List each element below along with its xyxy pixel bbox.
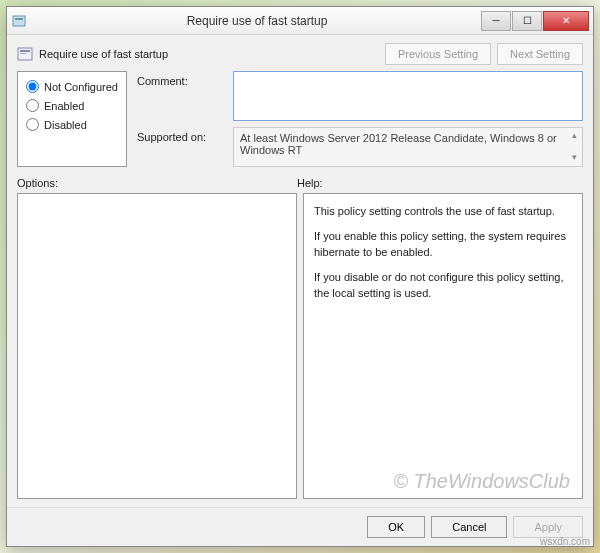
scroll-up-icon[interactable]: ▴ (568, 130, 580, 142)
help-panel: This policy setting controls the use of … (303, 193, 583, 499)
close-button[interactable]: ✕ (543, 11, 589, 31)
previous-setting-button[interactable]: Previous Setting (385, 43, 491, 65)
radio-enabled-input[interactable] (26, 99, 39, 112)
radio-not-configured-label: Not Configured (44, 81, 118, 93)
dialog-content: Require use of fast startup Previous Set… (7, 35, 593, 507)
window-title: Require use of fast startup (33, 14, 481, 28)
next-setting-button[interactable]: Next Setting (497, 43, 583, 65)
dialog-footer: OK Cancel Apply (7, 507, 593, 546)
titlebar[interactable]: Require use of fast startup ─ ☐ ✕ (7, 7, 593, 35)
radio-enabled[interactable]: Enabled (26, 99, 118, 112)
apply-button[interactable]: Apply (513, 516, 583, 538)
dialog-window: Require use of fast startup ─ ☐ ✕ Requir… (6, 6, 594, 547)
fields-column: Comment: Supported on: At least Windows … (137, 71, 583, 167)
minimize-button[interactable]: ─ (481, 11, 511, 31)
state-radio-group: Not Configured Enabled Disabled (17, 71, 127, 167)
comment-input[interactable] (233, 71, 583, 121)
help-text-3: If you disable or do not configure this … (314, 270, 572, 301)
supported-on-text: At least Windows Server 2012 Release Can… (233, 127, 583, 167)
window-controls: ─ ☐ ✕ (481, 11, 589, 31)
maximize-button[interactable]: ☐ (512, 11, 542, 31)
supported-label: Supported on: (137, 127, 227, 143)
options-panel (17, 193, 297, 499)
policy-icon (11, 13, 27, 29)
radio-not-configured-input[interactable] (26, 80, 39, 93)
svg-rect-3 (20, 50, 30, 52)
help-text-1: This policy setting controls the use of … (314, 204, 572, 219)
nav-buttons: Previous Setting Next Setting (385, 43, 583, 65)
svg-rect-4 (20, 53, 26, 54)
scroll-down-icon[interactable]: ▾ (568, 152, 580, 164)
radio-enabled-label: Enabled (44, 100, 84, 112)
svg-rect-0 (13, 16, 25, 26)
policy-name: Require use of fast startup (39, 48, 385, 60)
radio-disabled-input[interactable] (26, 118, 39, 131)
svg-rect-1 (15, 18, 23, 20)
header-row: Require use of fast startup Previous Set… (17, 43, 583, 65)
ok-button[interactable]: OK (367, 516, 425, 538)
help-label: Help: (297, 177, 583, 189)
upper-section: Not Configured Enabled Disabled Comment: (17, 71, 583, 167)
help-text-2: If you enable this policy setting, the s… (314, 229, 572, 260)
supported-value: At least Windows Server 2012 Release Can… (240, 132, 557, 156)
lower-labels: Options: Help: (17, 177, 583, 189)
supported-row: Supported on: At least Windows Server 20… (137, 127, 583, 167)
radio-disabled[interactable]: Disabled (26, 118, 118, 131)
cancel-button[interactable]: Cancel (431, 516, 507, 538)
radio-disabled-label: Disabled (44, 119, 87, 131)
policy-header-icon (17, 46, 33, 62)
comment-label: Comment: (137, 71, 227, 87)
comment-row: Comment: (137, 71, 583, 121)
radio-not-configured[interactable]: Not Configured (26, 80, 118, 93)
options-label: Options: (17, 177, 297, 189)
lower-section: This policy setting controls the use of … (17, 193, 583, 499)
